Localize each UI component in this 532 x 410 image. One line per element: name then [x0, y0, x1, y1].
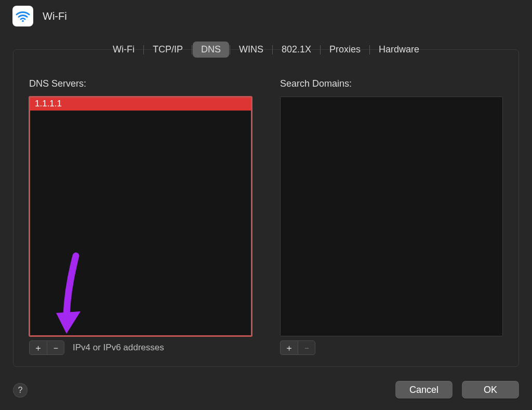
cancel-button[interactable]: Cancel	[395, 381, 453, 399]
svg-point-0	[22, 20, 24, 22]
tab-hardware[interactable]: Hardware	[370, 42, 428, 58]
tab-wifi[interactable]: Wi-Fi	[104, 42, 143, 58]
dns-remove-button[interactable]: －	[47, 340, 64, 355]
tab-bar: Wi-Fi TCP/IP DNS WINS 802.1X Proxies Har…	[104, 42, 428, 58]
minus-icon: －	[302, 344, 311, 352]
tab-wins[interactable]: WINS	[231, 42, 272, 58]
dns-add-button[interactable]: ＋	[29, 340, 47, 355]
search-domains-add-button[interactable]: ＋	[280, 340, 298, 355]
dns-servers-column: DNS Servers: 1.1.1.1 ＋ － IPv4 or IPv6 ad…	[29, 78, 252, 355]
minus-icon: －	[51, 344, 60, 352]
search-domains-label: Search Domains:	[280, 78, 503, 89]
tab-tcpip[interactable]: TCP/IP	[144, 42, 191, 58]
help-button[interactable]: ?	[13, 383, 28, 398]
dns-list-footer: ＋ － IPv4 or IPv6 addresses	[29, 340, 252, 355]
search-domains-remove-button[interactable]: －	[298, 340, 315, 355]
dialog-footer: Cancel OK	[395, 381, 519, 399]
dns-servers-list[interactable]: 1.1.1.1	[29, 97, 252, 336]
settings-panel: DNS Servers: 1.1.1.1 ＋ － IPv4 or IPv6 ad…	[13, 49, 519, 367]
ok-button[interactable]: OK	[462, 381, 519, 399]
dns-add-remove-group: ＋ －	[29, 340, 64, 355]
tab-dns[interactable]: DNS	[193, 42, 229, 58]
search-domains-column: Search Domains: ＋ －	[280, 78, 503, 355]
dns-servers-label: DNS Servers:	[29, 78, 252, 89]
window-titlebar: Wi-Fi	[0, 0, 532, 32]
tab-8021x[interactable]: 802.1X	[273, 42, 320, 58]
search-domains-footer: ＋ －	[280, 340, 503, 355]
search-domains-add-remove-group: ＋ －	[280, 340, 315, 355]
dns-footer-hint: IPv4 or IPv6 addresses	[73, 343, 164, 353]
dns-server-row[interactable]: 1.1.1.1	[30, 97, 251, 111]
wifi-settings-window: Wi-Fi Wi-Fi TCP/IP DNS WINS 802.1X Proxi…	[0, 0, 532, 410]
window-title: Wi-Fi	[43, 10, 67, 22]
tab-proxies[interactable]: Proxies	[321, 42, 369, 58]
wifi-icon	[12, 6, 33, 26]
plus-icon: ＋	[34, 344, 43, 352]
plus-icon: ＋	[285, 344, 294, 352]
search-domains-list[interactable]	[280, 97, 503, 336]
help-icon: ?	[18, 386, 23, 395]
